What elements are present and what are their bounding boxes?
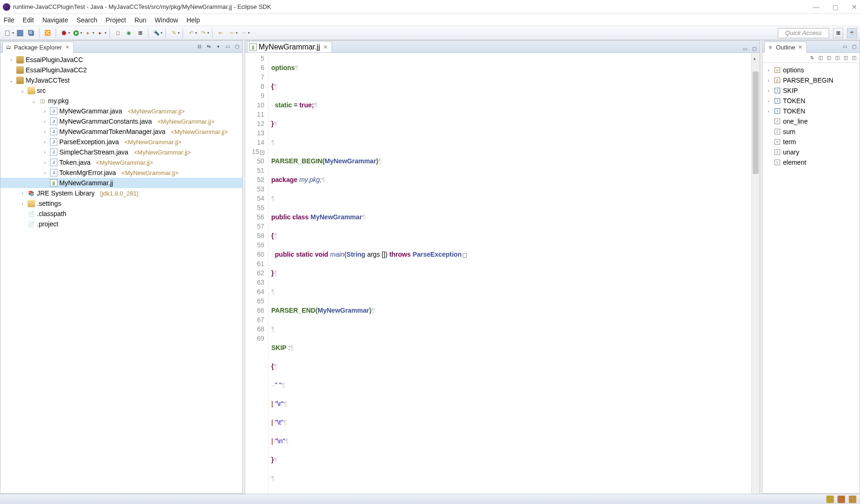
external-tools-button[interactable]: ▸ xyxy=(95,28,106,38)
hide-static-icon[interactable]: ◫ xyxy=(833,54,841,61)
java-file-icon: J xyxy=(50,159,57,166)
minimize-button[interactable]: — xyxy=(813,3,819,11)
tree-item[interactable]: MyNewGrammarTokenManager.java xyxy=(59,128,165,135)
tree-item-selected[interactable]: MyNewGrammar.jj xyxy=(59,179,113,187)
tree-item[interactable]: ParseException.java xyxy=(59,138,119,146)
search-button[interactable]: 🔦 xyxy=(151,28,162,38)
link-editor-icon[interactable]: ⇆ xyxy=(205,43,212,50)
tree-item[interactable]: MyNewGrammar.java xyxy=(59,107,122,115)
toggle-mark-button[interactable]: ✎ xyxy=(169,28,179,38)
minimize-editor-icon[interactable]: ▭ xyxy=(741,45,748,52)
new-button[interactable] xyxy=(3,28,13,38)
tree-item[interactable]: .settings xyxy=(37,200,61,207)
package-tree[interactable]: ›EssaiPluginJavaCC EssaiPluginJavaCC2 ⌄M… xyxy=(0,53,242,493)
fold-icon[interactable]: + xyxy=(260,151,264,155)
close-icon[interactable]: ✕ xyxy=(798,44,803,50)
svg-rect-0 xyxy=(6,31,9,35)
outline-item[interactable]: term xyxy=(783,138,796,146)
line-gutter: 56789 1011121314 15+ 5051525354 55565758… xyxy=(245,53,268,504)
menu-window[interactable]: Window xyxy=(155,16,178,24)
new-class-button[interactable]: ◉ xyxy=(124,28,134,38)
tree-item[interactable]: EssaiPluginJavaCC xyxy=(26,56,83,63)
tree-item[interactable]: EssaiPluginJavaCC2 xyxy=(26,66,87,74)
save-all-button[interactable] xyxy=(26,28,36,38)
outline-item[interactable]: one_line xyxy=(783,118,808,125)
tree-item[interactable]: src xyxy=(37,87,46,94)
outline-item[interactable]: options xyxy=(783,66,804,74)
tree-item[interactable]: MyNewGrammarConstants.java xyxy=(59,118,152,125)
outline-tree[interactable]: ›ooptions ›pPARSER_BEGIN ›tSKIP ›tTOKEN … xyxy=(762,63,860,493)
hide-fields-icon[interactable]: ◫ xyxy=(825,54,832,61)
minimize-view-icon[interactable]: ▭ xyxy=(224,43,231,50)
back-button[interactable]: ⇦ xyxy=(226,28,237,38)
open-type-button[interactable]: ⊞ xyxy=(135,28,145,38)
library-icon: 📚 xyxy=(28,189,35,197)
status-icon[interactable] xyxy=(838,496,845,503)
fold-icon[interactable] xyxy=(463,253,467,258)
status-icon[interactable] xyxy=(849,496,856,503)
next-annotation-button[interactable]: ↷ xyxy=(198,28,208,38)
maximize-view-icon[interactable]: ▢ xyxy=(233,43,240,50)
filter-icon[interactable]: ◫ xyxy=(817,54,824,61)
tree-item[interactable]: my.pkg xyxy=(48,97,69,105)
tree-item[interactable]: SimpleCharStream.java xyxy=(59,148,128,156)
status-icon[interactable] xyxy=(826,496,834,503)
package-explorer-tab[interactable]: 🗂 Package Explorer ✕ xyxy=(2,42,74,53)
menu-edit[interactable]: Edit xyxy=(23,16,34,24)
new-package-button[interactable]: ◻ xyxy=(113,28,123,38)
svg-rect-1 xyxy=(17,30,23,36)
editor-scrollbar[interactable]: ▴ ▾ xyxy=(751,53,760,504)
scroll-thumb[interactable] xyxy=(753,71,759,174)
outline-item[interactable]: SKIP xyxy=(783,87,798,94)
package-explorer-title: Package Explorer xyxy=(14,44,62,51)
outline-item[interactable]: TOKEN xyxy=(783,107,805,115)
outline-tab[interactable]: ≡ Outline ✕ xyxy=(764,42,807,53)
menu-file[interactable]: File xyxy=(4,16,14,24)
maximize-view-icon[interactable]: ▢ xyxy=(850,43,858,50)
code-area[interactable]: options¶ {¶ ··static·=·true;¶ }¶ ¶ PARSE… xyxy=(268,53,751,504)
outline-item[interactable]: PARSER_BEGIN xyxy=(783,77,833,84)
scroll-up-icon[interactable]: ▴ xyxy=(754,54,756,63)
save-button[interactable] xyxy=(15,28,25,38)
minimize-view-icon[interactable]: ▭ xyxy=(841,43,848,50)
view-menu-icon[interactable]: ▾ xyxy=(214,43,222,50)
close-icon[interactable]: ✕ xyxy=(323,44,328,50)
collapse-all-icon[interactable]: ⊟ xyxy=(196,43,203,50)
outline-item[interactable]: sum xyxy=(783,128,795,135)
tree-item[interactable]: TokenMgrError.java xyxy=(59,169,116,176)
coverage-button[interactable]: ▸ xyxy=(83,28,93,38)
menu-search[interactable]: Search xyxy=(77,16,97,24)
hide-non-public-icon[interactable]: ◫ xyxy=(842,54,849,61)
hide-local-icon[interactable]: ◫ xyxy=(850,54,858,61)
debug-button[interactable]: 🐞 xyxy=(59,28,69,38)
quick-access-input[interactable]: Quick Access xyxy=(778,28,829,38)
tree-item[interactable]: .classpath xyxy=(37,210,66,217)
skip-breakpoints-button[interactable]: 🔀 xyxy=(42,28,53,38)
outline-item[interactable]: element xyxy=(783,159,806,166)
editor-body[interactable]: 56789 1011121314 15+ 5051525354 55565758… xyxy=(245,53,760,504)
java-perspective-button[interactable]: ☕ xyxy=(847,28,857,38)
prev-annotation-button[interactable]: ↶ xyxy=(186,28,196,38)
java-file-icon: J xyxy=(50,148,57,156)
close-icon[interactable]: ✕ xyxy=(65,44,70,50)
derived-label: <MyNewGrammar.jj> xyxy=(127,108,184,115)
editor-tab[interactable]: jj MyNewGrammar.jj ✕ xyxy=(247,41,332,52)
maximize-button[interactable]: ▢ xyxy=(832,3,839,11)
menu-navigate[interactable]: Navigate xyxy=(42,16,68,24)
maximize-editor-icon[interactable]: ▢ xyxy=(750,45,758,52)
tree-item[interactable]: Token.java xyxy=(59,159,91,166)
sort-icon[interactable]: ⇅ xyxy=(808,54,816,61)
menu-project[interactable]: Project xyxy=(106,16,126,24)
forward-button[interactable]: ⇨ xyxy=(239,28,249,38)
tree-item[interactable]: JRE System Library xyxy=(37,189,95,197)
tree-item[interactable]: .project xyxy=(37,220,58,228)
outline-item[interactable]: unary xyxy=(783,148,799,156)
menu-help[interactable]: Help xyxy=(186,16,200,24)
close-button[interactable]: ✕ xyxy=(852,3,857,11)
tree-item[interactable]: MyJavaCCTest xyxy=(26,77,70,84)
open-perspective-button[interactable]: ⊞ xyxy=(833,28,843,38)
menu-run[interactable]: Run xyxy=(134,16,147,24)
last-edit-button[interactable]: ⇤ xyxy=(215,28,226,38)
outline-item[interactable]: TOKEN xyxy=(783,97,805,105)
run-button[interactable] xyxy=(71,28,81,38)
